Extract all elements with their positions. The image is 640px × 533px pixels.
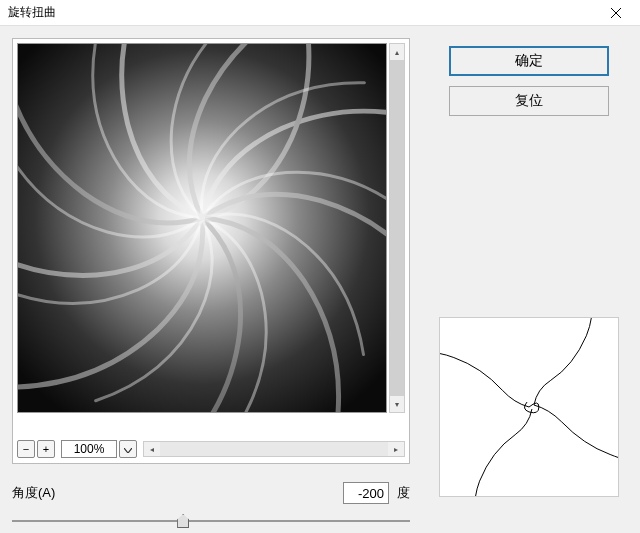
preview-panel: ▴ ▾ − + 100% ◂ [12, 38, 410, 464]
ok-button[interactable]: 确定 [449, 46, 609, 76]
angle-slider[interactable] [12, 512, 410, 530]
minus-icon: − [23, 443, 29, 455]
scroll-up-arrow-icon[interactable]: ▴ [390, 44, 404, 60]
wireframe-preview [439, 317, 619, 497]
angle-unit-label: 度 [397, 484, 410, 502]
angle-row: 角度(A) 度 [12, 482, 410, 504]
zoom-out-button[interactable]: − [17, 440, 35, 458]
preview-horizontal-scrollbar[interactable]: ◂ ▸ [143, 441, 405, 457]
slider-track [12, 520, 410, 522]
zoom-toolbar: − + 100% ◂ ▸ [17, 439, 405, 459]
scroll-right-arrow-icon[interactable]: ▸ [388, 442, 404, 456]
chevron-down-icon [124, 443, 132, 455]
dialog-title: 旋转扭曲 [8, 4, 600, 21]
slider-thumb[interactable] [177, 514, 189, 528]
preview-scroll-wrap: ▴ ▾ [17, 43, 405, 435]
zoom-dropdown-button[interactable] [119, 440, 137, 458]
zoom-in-button[interactable]: + [37, 440, 55, 458]
left-column: ▴ ▾ − + 100% ◂ [12, 38, 410, 521]
scroll-left-arrow-icon[interactable]: ◂ [144, 442, 160, 456]
twirl-preview-svg [18, 44, 386, 412]
plus-icon: + [43, 443, 49, 455]
wireframe-svg [440, 318, 618, 496]
zoom-value-display[interactable]: 100% [61, 440, 117, 458]
angle-input[interactable] [343, 482, 389, 504]
vertical-scroll-track[interactable] [390, 60, 404, 396]
preview-vertical-scrollbar[interactable]: ▴ ▾ [389, 43, 405, 413]
close-button[interactable] [600, 3, 632, 23]
dialog-body: ▴ ▾ − + 100% ◂ [0, 26, 640, 533]
angle-label: 角度(A) [12, 484, 55, 502]
close-icon [611, 8, 621, 18]
right-column: 确定 复位 [430, 38, 628, 521]
scroll-down-arrow-icon[interactable]: ▾ [390, 396, 404, 412]
preview-image[interactable] [17, 43, 387, 413]
reset-button[interactable]: 复位 [449, 86, 609, 116]
dialog-titlebar: 旋转扭曲 [0, 0, 640, 26]
